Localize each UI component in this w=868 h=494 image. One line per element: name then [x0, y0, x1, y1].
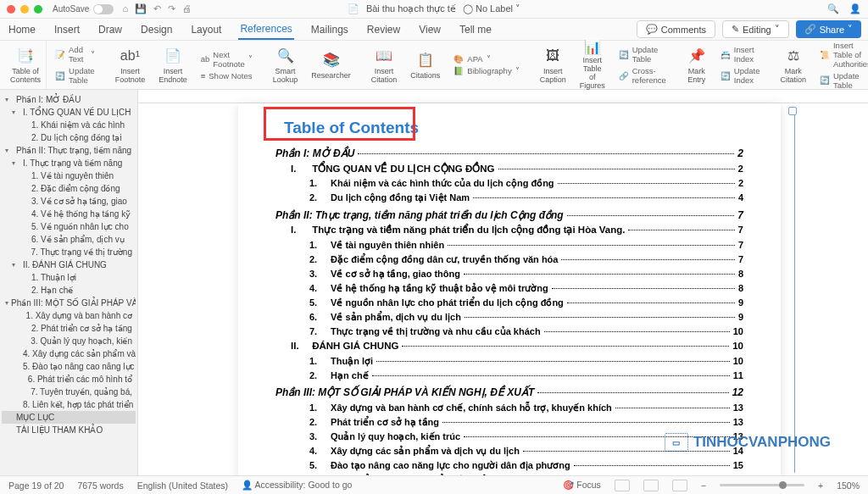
tab-home[interactable]: Home	[7, 20, 37, 39]
insert-footnote-button[interactable]: ab¹Insert Footnote	[110, 41, 151, 89]
zoom-level[interactable]: 150%	[837, 480, 860, 491]
tab-insert[interactable]: Insert	[53, 20, 81, 39]
horizontal-ruler[interactable]	[138, 90, 868, 103]
update-table-button[interactable]: 🔄 Update Table	[55, 66, 95, 85]
toc-entry[interactable]: 3. Về cơ sở hạ tầng, giao thông8	[309, 267, 743, 281]
insert-caption-button[interactable]: 🖼Insert Caption	[535, 41, 571, 89]
tab-view[interactable]: View	[417, 20, 442, 39]
search-icon[interactable]: 🔍	[827, 3, 839, 14]
update-table3-button[interactable]: 🔄 Update Table	[820, 71, 868, 90]
nav-item[interactable]: 6. Phát triển các mô hình tổ	[2, 373, 136, 386]
insert-endnote-button[interactable]: 📄Insert Endnote	[153, 41, 192, 89]
toc-entry[interactable]: 2. Đặc điểm cộng đồng dân cư, truyền thố…	[309, 253, 743, 267]
researcher-button[interactable]: 📚Researcher	[306, 41, 356, 89]
nav-item[interactable]: ▾I. Thực trạng và tiềm năng	[2, 157, 136, 169]
smart-lookup-button[interactable]: 🔍Smart Lookup	[268, 41, 303, 89]
toc-entry[interactable]: 2. Phát triển cơ sở hạ tầng13	[309, 415, 743, 430]
redo-icon[interactable]: ↷	[168, 3, 175, 14]
sensitivity-label[interactable]: ◯ No Label ˅	[463, 3, 520, 14]
nav-item[interactable]: 5. Đào tạo nâng cao năng lực	[2, 360, 136, 373]
citations-button[interactable]: 📋Citations	[405, 41, 445, 89]
navigation-pane[interactable]: ▾Phần I: MỞ ĐẦU▾I. TỔNG QUAN VỀ DU LỊCH1…	[0, 90, 138, 475]
document-title[interactable]: Bài thu hoạch thực tế	[366, 3, 456, 14]
nav-item[interactable]: 4. Về hệ thống hạ tầng kỹ	[2, 208, 136, 220]
bibliography-button[interactable]: 📗 Bibliography ˅	[453, 66, 519, 75]
insert-index-button[interactable]: 📇 Insert Index	[721, 45, 760, 64]
cross-reference-button[interactable]: 🔗 Cross-reference	[619, 66, 666, 85]
save-icon[interactable]: 💾	[135, 3, 147, 14]
zoom-out[interactable]: −	[701, 480, 706, 491]
nav-item[interactable]: 3. Về cơ sở hạ tầng, giao	[2, 195, 136, 208]
nav-item[interactable]: MỤC LỤC	[2, 411, 136, 424]
web-layout-icon[interactable]	[672, 480, 687, 491]
mark-citation-button[interactable]: ⚖Mark Citation	[775, 41, 811, 89]
nav-item[interactable]: 1. Về tài nguyên thiên	[2, 169, 136, 182]
minimize-window[interactable]	[20, 5, 29, 14]
nav-item[interactable]: 7. Thực trạng về thị trường	[2, 246, 136, 258]
toc-entry[interactable]: Phần II: Thực trạng, tiềm năng phát triể…	[275, 208, 743, 224]
nav-item[interactable]: 5. Về nguồn nhân lực cho	[2, 220, 136, 233]
nav-item[interactable]: TÀI LIỆU THAM KHẢO	[2, 424, 136, 436]
tab-tell-me[interactable]: Tell me	[458, 20, 493, 39]
update-index-button[interactable]: 🔄 Update Index	[721, 66, 760, 85]
nav-item[interactable]: ▾Phần I: MỞ ĐẦU	[2, 93, 136, 106]
toc-entry[interactable]: 2. Hạn chế11	[309, 369, 743, 383]
nav-item[interactable]: 2. Hạn chế	[2, 284, 136, 297]
tab-review[interactable]: Review	[365, 20, 402, 39]
toc-entry[interactable]: 1. Xây dựng và ban hành cơ chế, chính sá…	[309, 401, 743, 415]
next-footnote-button[interactable]: ab Next Footnote ˅	[201, 50, 253, 69]
add-text-button[interactable]: 📝 Add Text ˅	[55, 45, 95, 64]
editing-mode[interactable]: ✎ Editing ˅	[722, 20, 789, 38]
nav-item[interactable]: 2. Du lịch cộng đồng tại	[2, 131, 136, 144]
toc-entry[interactable]: 1. Về tài nguyên thiên nhiên7	[309, 238, 743, 253]
tab-design[interactable]: Design	[139, 20, 174, 39]
nav-item[interactable]: 2. Đặc điểm cộng đồng	[2, 182, 136, 195]
document-canvas[interactable]: Table of Contents Phần I: MỞ ĐẦU2I. TỔNG…	[138, 90, 868, 475]
page-indicator[interactable]: Page 19 of 20	[8, 480, 64, 491]
undo-icon[interactable]: ↶	[153, 3, 161, 14]
user-icon[interactable]: 👤	[849, 3, 861, 14]
toc-entry[interactable]: 7. Thực trạng về thị trường và nhu cầu c…	[309, 325, 743, 339]
toc-entry[interactable]: 5. Về nguồn nhân lực cho phát triển du l…	[309, 296, 743, 310]
toc-entry[interactable]: 6. Phát triển các mô hình tổ chức quản l…	[309, 473, 743, 475]
show-notes-button[interactable]: ≡ Show Notes	[201, 71, 253, 80]
toc-entry[interactable]: Phần I: MỞ ĐẦU2	[275, 146, 743, 162]
toc-entry[interactable]: 1. Khái niệm và các hình thức của du lịc…	[309, 176, 743, 191]
nav-item[interactable]: ▾Phần III: MỘT SỐ GIẢI PHÁP VÀ	[2, 297, 136, 309]
comments-button[interactable]: 💬 Comments	[637, 20, 715, 38]
toc-entry[interactable]: 4. Về hệ thống hạ tầng kỹ thuật bảo vệ m…	[309, 281, 743, 296]
nav-item[interactable]: 8. Liên kết, hợp tác phát triển	[2, 398, 136, 411]
nav-item[interactable]: 6. Về sản phẩm, dịch vụ	[2, 233, 136, 246]
language-indicator[interactable]: English (United States)	[137, 480, 228, 491]
print-icon[interactable]: 🖨	[182, 3, 192, 14]
toc-entry[interactable]: Phần III: MỘT SỐ GIẢI PHÁP VÀ KIẾN NGHỊ,…	[275, 385, 743, 401]
tab-layout[interactable]: Layout	[189, 20, 223, 39]
autosave-toggle[interactable]: AutoSave	[53, 4, 114, 14]
home-icon[interactable]: ⌂	[122, 3, 128, 14]
insert-toa-button[interactable]: 📜 Insert Table of Authorities	[820, 41, 868, 69]
toc-entry[interactable]: II. ĐÁNH GIÁ CHUNG10	[291, 339, 743, 354]
tab-mailings[interactable]: Mailings	[309, 20, 350, 39]
toc-entry[interactable]: I. TỔNG QUAN VỀ DU LỊCH CỘNG ĐỒNG2	[291, 162, 743, 177]
nav-item[interactable]: ▾Phần II: Thực trạng, tiềm năng	[2, 144, 136, 157]
toc-entry[interactable]: 6. Về sản phẩm, dịch vụ du lịch9	[309, 310, 743, 325]
zoom-in[interactable]: +	[818, 480, 823, 491]
toc-entry[interactable]: 5. Đào tạo nâng cao năng lực cho người d…	[309, 458, 743, 473]
nav-item[interactable]: 7. Tuyên truyền, quảng bá,	[2, 386, 136, 398]
print-layout-icon[interactable]	[643, 480, 659, 491]
nav-item[interactable]: ▾II. ĐÁNH GIÁ CHUNG	[2, 258, 136, 271]
nav-item[interactable]: 1. Thuận lợi	[2, 271, 136, 284]
accessibility-status[interactable]: 👤 Accessibility: Good to go	[242, 480, 352, 491]
update-table2-button[interactable]: 🔄 Update Table	[619, 45, 666, 64]
insert-citation-button[interactable]: 📖Insert Citation	[366, 41, 403, 89]
toc-heading[interactable]: Table of Contents	[284, 119, 419, 137]
toc-button[interactable]: 📑Table of Contents	[5, 41, 47, 89]
word-count[interactable]: 7675 words	[77, 480, 123, 491]
toc-entry[interactable]: 2. Du lịch cộng đồng tại Việt Nam4	[309, 191, 743, 205]
nav-item[interactable]: 4. Xây dựng các sản phẩm và	[2, 347, 136, 360]
toc-entry[interactable]: I. Thực trạng và tiềm năng phát triển du…	[291, 223, 743, 238]
share-button[interactable]: 🔗 Share ˅	[796, 20, 861, 38]
toc-entry[interactable]: 1. Thuận lợi10	[309, 354, 743, 369]
mark-entry-button[interactable]: 📌Mark Entry	[682, 41, 712, 89]
read-mode-icon[interactable]	[615, 480, 630, 491]
